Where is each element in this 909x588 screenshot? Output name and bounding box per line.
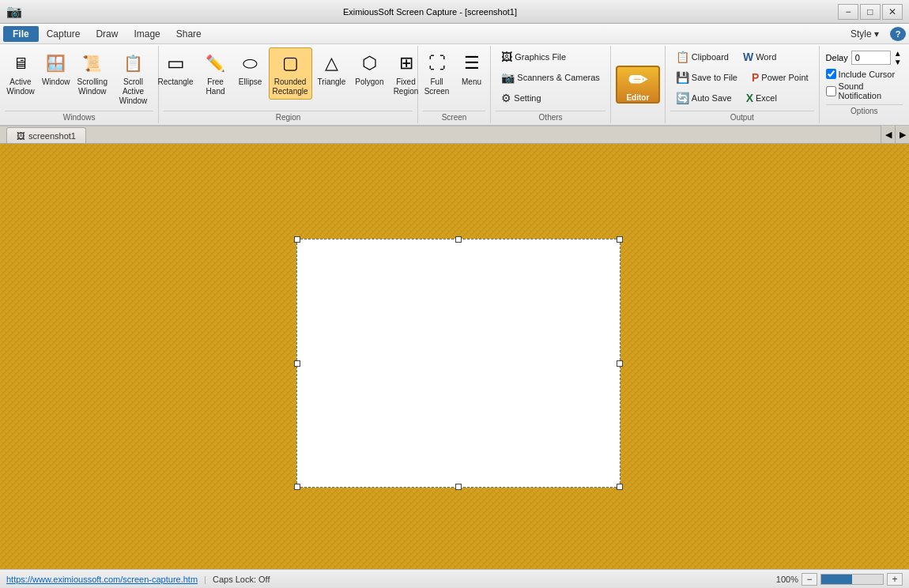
menu-share[interactable]: Share: [168, 26, 209, 42]
delay-spinner-up[interactable]: ▲▼: [894, 49, 902, 66]
screen-group-label: Screen: [423, 111, 486, 122]
save-to-file-icon: 💾: [676, 71, 689, 84]
graphics-file-button[interactable]: 🖼 Graphics File: [496, 48, 571, 66]
triangle-label: Triangle: [318, 77, 346, 87]
scrolling-window-button[interactable]: 📜 ScrollingWindow: [74, 47, 110, 100]
ribbon-group-screen: ⛶ FullScreen ☰ Menu Screen: [418, 46, 492, 123]
rectangle-label: Rectangle: [158, 77, 194, 87]
options-group-label: Options: [826, 104, 903, 115]
graphics-file-label: Graphics File: [515, 52, 566, 62]
window-button[interactable]: 🪟 Window: [39, 47, 73, 90]
status-separator: |: [204, 575, 206, 584]
active-window-label: ActiveWindow: [6, 77, 35, 96]
tab-nav-right[interactable]: ▶: [895, 126, 909, 143]
tab-nav: ◀ ▶: [881, 126, 909, 143]
active-window-icon: 🖥: [8, 51, 33, 76]
canvas[interactable]: [0, 144, 909, 569]
rounded-rectangle-button[interactable]: ▢ RoundedRectangle: [269, 47, 312, 100]
ellipse-button[interactable]: ⬭ Ellipse: [234, 47, 267, 90]
power-point-label: Power Point: [761, 73, 808, 82]
tab-screenshot1[interactable]: 🖼 screenshot1: [6, 127, 86, 143]
handle-top-right[interactable]: [617, 236, 623, 243]
handle-bottom-middle[interactable]: [455, 484, 462, 490]
editor-label: Editor: [626, 93, 649, 102]
help-button[interactable]: ?: [890, 27, 906, 41]
handle-middle-right[interactable]: [617, 360, 623, 367]
sound-notification-checkbox-label[interactable]: Sound Notification: [826, 81, 903, 100]
zoom-area: 100% − +: [776, 573, 903, 586]
minimize-button[interactable]: −: [838, 4, 858, 20]
others-group-label: Others: [496, 111, 605, 122]
editor-button[interactable]: ✏ Editor: [616, 66, 660, 104]
zoom-out-button[interactable]: −: [802, 573, 817, 586]
fixed-region-icon: ⊞: [394, 51, 419, 76]
handle-top-left[interactable]: [294, 236, 300, 243]
others-row-2: 📷 Scanners & Cameras: [496, 68, 605, 87]
tab-icon: 🖼: [17, 131, 25, 141]
word-button[interactable]: W Word: [737, 48, 782, 66]
include-cursor-label: Include Cursor: [839, 70, 896, 79]
include-cursor-row: Include Cursor: [826, 69, 903, 79]
menu-file[interactable]: File: [3, 26, 39, 42]
include-cursor-checkbox-label[interactable]: Include Cursor: [826, 69, 896, 79]
region-group-items: ▭ Rectangle ✏️ FreeHand ⬭ Ellipse ▢ Roun…: [154, 47, 423, 109]
free-hand-button[interactable]: ✏️ FreeHand: [199, 47, 232, 100]
handle-top-middle[interactable]: [455, 236, 462, 243]
include-cursor-checkbox[interactable]: [826, 69, 836, 79]
menu-capture-label: Menu: [462, 77, 481, 87]
menu-draw[interactable]: Draw: [88, 26, 126, 42]
triangle-button[interactable]: △ Triangle: [314, 47, 350, 90]
excel-button[interactable]: X Excel: [741, 89, 783, 107]
tab-bar: 🖼 screenshot1 ◀ ▶: [0, 126, 909, 144]
zoom-level: 100%: [776, 575, 798, 584]
maximize-button[interactable]: □: [860, 4, 881, 20]
scanners-cameras-button[interactable]: 📷 Scanners & Cameras: [496, 69, 605, 86]
full-screen-icon: ⛶: [424, 51, 450, 76]
delay-row: Delay ▲▼: [826, 49, 903, 66]
zoom-slider-fill: [821, 575, 852, 584]
ribbon: 🖥 ActiveWindow 🪟 Window 📜 ScrollingWindo…: [0, 44, 909, 126]
rectangle-button[interactable]: ▭ Rectangle: [154, 47, 198, 90]
menu-capture[interactable]: Capture: [39, 26, 89, 42]
word-label: Word: [756, 52, 776, 62]
active-window-button[interactable]: 🖥 ActiveWindow: [4, 47, 38, 100]
selection-rectangle[interactable]: [296, 239, 620, 488]
save-to-file-button[interactable]: 💾 Save to File: [670, 69, 743, 86]
scroll-active-window-button[interactable]: 📋 Scroll ActiveWindow: [111, 47, 154, 109]
style-menu[interactable]: Style ▾: [843, 26, 887, 42]
ellipse-icon: ⬭: [238, 51, 263, 76]
others-row-1: 🖼 Graphics File: [496, 47, 605, 66]
handle-bottom-right[interactable]: [617, 484, 623, 490]
polygon-button[interactable]: ⬡ Polygon: [351, 47, 387, 90]
full-screen-button[interactable]: ⛶ FullScreen: [421, 47, 454, 100]
close-button[interactable]: ✕: [882, 4, 903, 20]
free-hand-icon: ✏️: [203, 51, 228, 76]
tab-nav-left[interactable]: ◀: [881, 126, 895, 143]
auto-save-label: Auto Save: [692, 93, 732, 103]
sound-notification-checkbox[interactable]: [826, 86, 836, 96]
screen-group-items: ⛶ FullScreen ☰ Menu: [421, 47, 488, 109]
clipboard-button[interactable]: 📋 Clipboard: [670, 48, 734, 66]
zoom-slider-track[interactable]: [820, 574, 884, 585]
scanners-cameras-label: Scanners & Cameras: [517, 73, 600, 82]
menu-image[interactable]: Image: [126, 26, 168, 42]
status-capslock: Caps Lock: Off: [213, 575, 270, 584]
setting-button[interactable]: ⚙ Setting: [496, 89, 546, 107]
fixed-region-label: FixedRegion: [394, 77, 419, 96]
power-point-button[interactable]: P Power Point: [746, 69, 814, 86]
status-url[interactable]: https://www.eximioussoft.com/screen-capt…: [6, 575, 198, 584]
handle-middle-left[interactable]: [294, 360, 300, 367]
zoom-in-button[interactable]: +: [887, 573, 903, 586]
delay-input[interactable]: [851, 51, 891, 65]
scroll-active-window-icon: 📋: [121, 51, 146, 76]
auto-save-button[interactable]: 🔄 Auto Save: [670, 89, 737, 107]
graphics-file-icon: 🖼: [501, 51, 512, 63]
ribbon-group-output: 📋 Clipboard W Word 💾 Save to File P Powe…: [666, 46, 820, 123]
full-screen-label: FullScreen: [424, 77, 450, 96]
scrolling-window-icon: 📜: [80, 51, 105, 76]
menu-capture-button[interactable]: ☰ Menu: [455, 47, 488, 90]
output-row-3: 🔄 Auto Save X Excel: [670, 89, 814, 107]
delay-label: Delay: [826, 53, 848, 62]
scrolling-window-label: ScrollingWindow: [77, 77, 107, 96]
handle-bottom-left[interactable]: [294, 484, 300, 490]
